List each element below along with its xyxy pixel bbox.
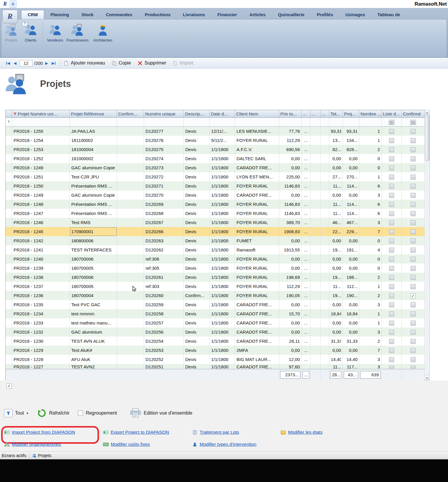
liste-checkbox[interactable] xyxy=(389,257,394,262)
grid-cell[interactable] xyxy=(310,227,320,236)
scroll-up-button[interactable]: ▲ xyxy=(425,110,429,115)
grid-cell[interactable]: A.F.C.V. xyxy=(235,145,279,154)
grid-cell[interactable]: AFU AluK xyxy=(70,355,117,364)
grid-cell[interactable]: PR2018 - 1236 xyxy=(12,291,70,300)
grid-cell[interactable]: 3 xyxy=(359,218,382,227)
grid-cell[interactable] xyxy=(320,337,329,346)
grid-cell[interactable]: FOYER RURAL xyxy=(235,209,279,218)
grid-cell[interactable]: 191... xyxy=(343,245,359,254)
liste-checkbox-cell[interactable] xyxy=(382,291,402,300)
grid-cell[interactable]: ... xyxy=(302,346,310,355)
grid-cell[interactable] xyxy=(320,327,329,337)
grid-cell[interactable]: 190... xyxy=(343,291,359,300)
grid-cell[interactable]: PR2018 - 1232 xyxy=(12,327,70,337)
grid-cell[interactable]: PR2018 - 1230 xyxy=(12,337,70,346)
grid-cell[interactable]: CARADOT FRE... xyxy=(235,318,279,327)
grid-cell[interactable]: Devis xyxy=(184,254,210,264)
grid-cell[interactable] xyxy=(320,355,329,364)
table-row[interactable]: PR2018 - 1227TEST AVN2D120251Devis1/1/18… xyxy=(6,364,425,369)
grid-cell[interactable]: Devis xyxy=(184,163,210,172)
confirme-checkbox[interactable] xyxy=(411,147,416,152)
grid-cell[interactable]: 180700005 xyxy=(70,282,117,291)
modifier-types-link[interactable]: Modifier types d'intervention xyxy=(200,442,257,447)
filter-cell[interactable] xyxy=(343,118,359,127)
grid-cell[interactable]: CARADOT FRE... xyxy=(235,309,279,318)
tab-livraisons[interactable]: Livraisons xyxy=(177,10,211,19)
grid-cell[interactable]: 114... xyxy=(343,200,359,209)
grid-cell[interactable] xyxy=(310,136,320,145)
grid-cell[interactable] xyxy=(310,309,320,318)
grid-cell[interactable]: ... xyxy=(302,309,310,318)
filter-cell[interactable] xyxy=(117,118,144,127)
grid-cell[interactable]: 1 xyxy=(359,318,382,327)
grid-cell[interactable]: PR2018 - 1249 xyxy=(12,163,70,172)
tab-planning[interactable]: Planning xyxy=(44,10,75,19)
confirme-checkbox[interactable] xyxy=(411,348,416,353)
grid-cell[interactable] xyxy=(117,355,144,364)
grid-cell[interactable]: Test PVC GAC xyxy=(70,300,117,309)
grid-cell[interactable] xyxy=(6,136,12,145)
grid-cell[interactable]: 0,00 xyxy=(279,254,302,264)
grid-cell[interactable]: 82... xyxy=(329,145,343,154)
grid-cell[interactable]: ... xyxy=(302,300,310,309)
grid-cell[interactable]: 1/1/1800 xyxy=(210,191,235,200)
grid-cell[interactable]: PR2018 - 1240 xyxy=(12,254,70,264)
liste-checkbox[interactable] xyxy=(389,156,394,161)
liste-checkbox-cell[interactable] xyxy=(382,254,402,264)
grid-cell[interactable]: Devis xyxy=(184,318,210,327)
grid-cell[interactable]: Devis xyxy=(184,236,210,245)
grid-cell[interactable]: Test C2R JPU xyxy=(70,172,117,181)
grid-cell[interactable]: D120261 xyxy=(144,273,184,282)
liste-checkbox[interactable] xyxy=(389,366,394,368)
grid-cell[interactable]: 11... xyxy=(329,200,343,209)
grid-cell[interactable]: 1/1/1800 xyxy=(210,200,235,209)
grid-cell[interactable]: Devis xyxy=(184,227,210,236)
grid-cell[interactable]: D120271 xyxy=(144,181,184,191)
grid-cell[interactable]: D120259 xyxy=(144,300,184,309)
filter-grid-button[interactable] xyxy=(410,120,416,125)
grid-cell[interactable]: Devis xyxy=(184,282,210,291)
grid-cell[interactable] xyxy=(310,300,320,309)
grid-cell[interactable] xyxy=(320,209,329,218)
liste-checkbox[interactable] xyxy=(389,312,394,317)
filter-cell[interactable] xyxy=(210,118,235,127)
grid-cell[interactable] xyxy=(6,282,12,291)
row-indicator-header[interactable] xyxy=(6,110,12,118)
grid-cell[interactable] xyxy=(6,227,12,236)
table-row[interactable]: PR2018 - 1234test mmmmD120258Devis1/1/18… xyxy=(6,309,425,318)
confirme-checkbox-cell[interactable] xyxy=(402,355,425,364)
grid-cell[interactable]: 12/11/... xyxy=(210,127,235,136)
grid-cell[interactable]: 0,00 xyxy=(329,236,343,245)
grid-cell[interactable] xyxy=(310,273,320,282)
grid-cell[interactable] xyxy=(320,127,329,136)
grid-cell[interactable]: 1913,55 xyxy=(279,245,302,254)
refresh-button[interactable]: Rafraîchir xyxy=(37,408,70,418)
grid-cell[interactable]: Devis xyxy=(184,145,210,154)
tab-commandes[interactable]: Commandes xyxy=(100,10,138,19)
grid-cell[interactable] xyxy=(6,145,12,154)
table-row[interactable]: PR2018 - 1255JA PAILLASD120277Devis12/11… xyxy=(6,127,425,136)
grid-cell[interactable] xyxy=(310,318,320,327)
grid-cell[interactable] xyxy=(117,227,144,236)
grid-cell[interactable]: ... xyxy=(302,264,310,273)
grid-cell[interactable]: 0,00 xyxy=(279,346,302,355)
grid-cell[interactable]: 6 xyxy=(359,200,382,209)
grid-cell[interactable]: 180700006 xyxy=(70,273,117,282)
grid-cell[interactable]: 18,84 xyxy=(329,309,343,318)
grid-cell[interactable] xyxy=(117,337,144,346)
grid-cell[interactable]: JA PAILLAS xyxy=(70,127,117,136)
grid-cell[interactable]: ref:306 xyxy=(144,254,184,264)
ramasoft-logo-icon[interactable]: R xyxy=(2,1,8,7)
grid-cell[interactable] xyxy=(117,209,144,218)
liste-checkbox[interactable] xyxy=(389,202,394,207)
table-row[interactable]: PR2018 - 1230TEST AVN ALUKD120254Devis1/… xyxy=(6,337,425,346)
grid-cell[interactable]: Présentation RMS ... xyxy=(70,209,117,218)
grid-cell[interactable]: 1/1/1800 xyxy=(210,154,235,163)
column-header-nombre[interactable]: Nombre ... xyxy=(359,110,382,118)
grid-cell[interactable] xyxy=(117,136,144,145)
grid-cell[interactable]: 3 xyxy=(359,191,382,200)
grid-cell[interactable]: ... xyxy=(302,327,310,337)
grid-cell[interactable]: 1/1/1800 xyxy=(210,254,235,264)
grid-cell[interactable]: ... xyxy=(302,181,310,191)
grid-cell[interactable]: 3 xyxy=(359,364,382,369)
